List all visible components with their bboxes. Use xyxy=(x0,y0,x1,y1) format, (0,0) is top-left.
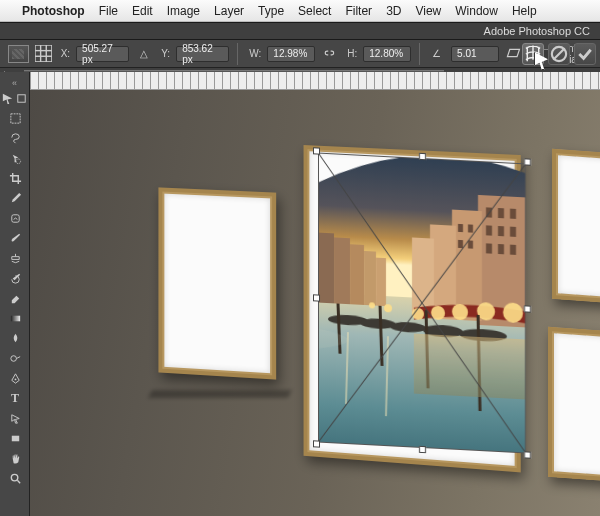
type-tool[interactable]: T xyxy=(0,388,30,408)
app-title-bar: Adobe Photoshop CC xyxy=(0,22,600,40)
gallery-frame-left xyxy=(158,187,276,379)
handle-top-left[interactable] xyxy=(313,147,320,154)
rectangle-tool[interactable] xyxy=(0,428,30,448)
healing-brush-tool[interactable] xyxy=(0,208,30,228)
svg-point-15 xyxy=(11,474,18,481)
menu-layer[interactable]: Layer xyxy=(214,4,244,18)
menu-view[interactable]: View xyxy=(415,4,441,18)
handle-top-right[interactable] xyxy=(524,158,531,165)
handle-mid-left[interactable] xyxy=(313,294,320,301)
handle-top-center[interactable] xyxy=(419,153,426,160)
brush-tool[interactable] xyxy=(0,228,30,248)
x-label: X: xyxy=(61,48,70,59)
crop-tool[interactable] xyxy=(0,168,30,188)
svg-point-12 xyxy=(10,355,16,361)
menu-help[interactable]: Help xyxy=(512,4,537,18)
menu-select[interactable]: Select xyxy=(298,4,331,18)
gradient-tool[interactable] xyxy=(0,308,30,328)
pen-tool[interactable] xyxy=(0,368,30,388)
w-label: W: xyxy=(249,48,261,59)
commit-transform-button[interactable] xyxy=(574,43,596,65)
svg-rect-7 xyxy=(18,94,25,101)
svg-line-16 xyxy=(17,480,20,483)
svg-point-13 xyxy=(14,378,16,380)
path-select-tool[interactable] xyxy=(0,408,30,428)
svg-point-9 xyxy=(15,158,20,163)
app-title-text: Adobe Photoshop CC xyxy=(484,25,590,37)
menu-window[interactable]: Window xyxy=(455,4,498,18)
zoom-tool[interactable] xyxy=(0,468,30,488)
options-bar: X: 505.27 px △ Y: 853.62 px W: 12.98% H:… xyxy=(0,40,600,68)
toolbar-collapse-icon[interactable]: « xyxy=(0,78,29,88)
svg-rect-14 xyxy=(11,435,18,441)
placed-image[interactable] xyxy=(318,153,526,454)
eyedropper-tool[interactable] xyxy=(0,188,30,208)
reference-point-icon[interactable] xyxy=(8,45,29,63)
menu-3d[interactable]: 3D xyxy=(386,4,401,18)
menu-photoshop[interactable]: Photoshop xyxy=(22,4,85,18)
handle-bottom-center[interactable] xyxy=(419,446,426,453)
frame-shadow xyxy=(149,390,292,398)
transform-handles[interactable] xyxy=(316,150,528,455)
menu-filter[interactable]: Filter xyxy=(345,4,372,18)
hand-tool[interactable] xyxy=(0,448,30,468)
move-tool[interactable] xyxy=(0,88,15,108)
mac-menu-bar: Photoshop File Edit Image Layer Type Sel… xyxy=(0,0,600,22)
blur-tool[interactable] xyxy=(0,328,30,348)
quick-select-tool[interactable] xyxy=(0,148,30,168)
gallery-frame-right-bottom xyxy=(548,327,600,483)
menu-type[interactable]: Type xyxy=(258,4,284,18)
eraser-tool[interactable] xyxy=(0,288,30,308)
skew-h-icon[interactable] xyxy=(505,45,522,63)
w-value[interactable]: 12.98% xyxy=(267,46,315,62)
svg-rect-11 xyxy=(10,315,19,321)
gallery-frame-right-top xyxy=(552,149,600,305)
handle-bottom-right[interactable] xyxy=(524,451,531,458)
reference-grid-icon[interactable] xyxy=(35,45,52,63)
angle-icon: ∠ xyxy=(428,45,445,63)
delta-icon[interactable]: △ xyxy=(135,45,152,63)
y-label: Y: xyxy=(161,48,170,59)
dodge-tool[interactable] xyxy=(0,348,30,368)
menu-file[interactable]: File xyxy=(99,4,118,18)
handle-bottom-left[interactable] xyxy=(313,440,320,447)
link-wh-icon[interactable] xyxy=(321,45,338,63)
cancel-transform-button[interactable] xyxy=(548,43,570,65)
marquee-tool[interactable] xyxy=(0,108,30,128)
h-value[interactable]: 12.80% xyxy=(363,46,411,62)
ruler-horizontal[interactable] xyxy=(30,72,600,90)
canvas[interactable] xyxy=(30,90,600,516)
tools-panel: « T xyxy=(0,72,30,516)
history-brush-tool[interactable] xyxy=(0,268,30,288)
svg-rect-0 xyxy=(35,45,52,62)
handle-mid-right[interactable] xyxy=(524,305,531,312)
artboard-tool[interactable] xyxy=(15,88,30,108)
lasso-tool[interactable] xyxy=(0,128,30,148)
svg-rect-8 xyxy=(10,113,19,122)
h-label: H: xyxy=(347,48,357,59)
menu-image[interactable]: Image xyxy=(167,4,200,18)
clone-stamp-tool[interactable] xyxy=(0,248,30,268)
menu-edit[interactable]: Edit xyxy=(132,4,153,18)
angle-value[interactable]: 5.01 xyxy=(451,46,499,62)
y-value[interactable]: 853.62 px xyxy=(176,46,229,62)
x-value[interactable]: 505.27 px xyxy=(76,46,129,62)
svg-line-6 xyxy=(553,48,564,59)
